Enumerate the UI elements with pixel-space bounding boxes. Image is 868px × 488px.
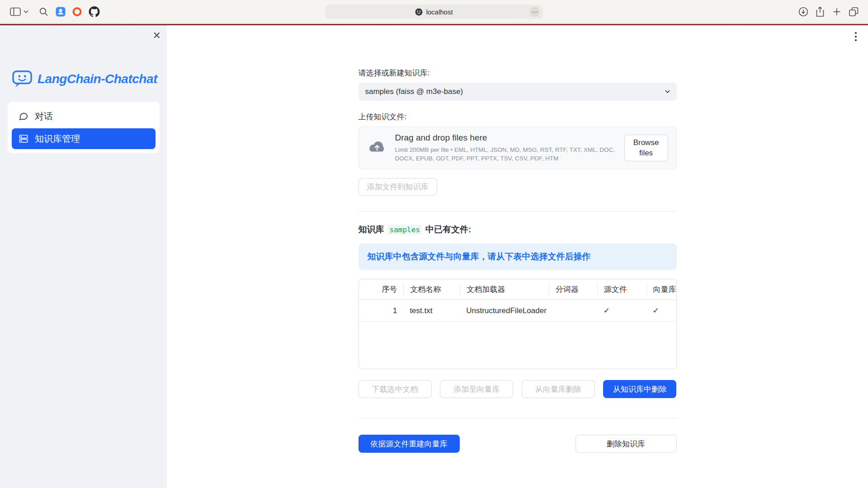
sidebar-close-icon[interactable]: ✕ — [153, 31, 161, 41]
table-row[interactable]: 1 test.txt UnstructuredFileLoader ✓ ✓ — [359, 300, 676, 322]
upload-label: 上传知识文件: — [359, 112, 677, 122]
divider — [359, 211, 677, 211]
browse-files-button[interactable]: Browse files — [624, 135, 668, 161]
info-banner: 知识库中包含源文件与向量库，请从下表中选择文件后操作 — [359, 244, 677, 270]
chevron-down-icon[interactable] — [24, 10, 28, 13]
sidebar-menu: 对话 知识库管理 — [8, 102, 160, 153]
site-favicon — [415, 8, 423, 16]
sidebar-item-kb-management[interactable]: 知识库管理 — [12, 128, 156, 149]
search-icon[interactable] — [39, 7, 48, 16]
th-source-file: 源文件 — [597, 283, 646, 296]
cell-source-check: ✓ — [597, 306, 646, 315]
remove-from-vector-store-button[interactable]: 从向量库删除 — [522, 380, 595, 398]
table-header-row: 序号 文档名称 文档加载器 分词器 源文件 向量库 — [359, 279, 676, 300]
dropzone-title: Drag and drop files here — [395, 133, 618, 143]
divider — [359, 418, 677, 418]
th-splitter: 分词器 — [549, 283, 597, 296]
cell-filename: test.txt — [403, 306, 460, 315]
kb-name-code: samples — [387, 225, 422, 235]
kb-selectbox-value: samples (faiss @ m3e-base) — [365, 87, 463, 96]
th-vector-store: 向量库 — [646, 283, 676, 296]
kb-bottom-actions: 依据源文件重建向量库 删除知识库 — [359, 435, 677, 453]
github-icon[interactable] — [89, 6, 100, 17]
main-area: 请选择或新建知识库: samples (faiss @ m3e-base) 上传… — [167, 25, 868, 488]
downloads-icon[interactable] — [798, 7, 808, 17]
cell-vector-check: ✓ — [646, 306, 676, 315]
cloud-upload-icon — [367, 140, 387, 156]
kb-files-table: 序号 文档名称 文档加载器 分词器 源文件 向量库 1 test.txt Uns… — [359, 279, 677, 369]
page-settings-icon[interactable]: ⋯ — [530, 7, 540, 17]
pinned-app-blue-icon[interactable] — [56, 7, 66, 17]
th-filename: 文档名称 — [403, 283, 460, 296]
delete-kb-button[interactable]: 删除知识库 — [576, 435, 677, 453]
address-url: localhost — [426, 8, 453, 16]
row-actions: 下载选中文档 添加至向量库 从向量库删除 从知识库中删除 — [359, 380, 677, 398]
kb-line-prefix: 知识库 — [359, 224, 384, 235]
kb-line-suffix: 中已有文件: — [425, 224, 471, 235]
sidebar: ✕ LangChain-Chatchat 对话 — [0, 25, 167, 488]
sidebar-item-label: 对话 — [35, 110, 53, 122]
file-dropzone[interactable]: Drag and drop files here Limit 200MB per… — [359, 127, 677, 169]
streamlit-decoration-bar — [0, 24, 868, 25]
database-icon — [19, 134, 28, 144]
delete-from-kb-button[interactable]: 从知识库中删除 — [603, 380, 676, 398]
download-selected-button[interactable]: 下载选中文档 — [359, 380, 432, 398]
sidebar-item-chat[interactable]: 对话 — [12, 106, 156, 127]
share-icon[interactable] — [816, 6, 825, 17]
th-loader: 文档加载器 — [460, 283, 549, 296]
new-tab-icon[interactable] — [832, 7, 841, 16]
kb-select-label: 请选择或新建知识库: — [359, 68, 677, 78]
kb-management-content: 请选择或新建知识库: samples (faiss @ m3e-base) 上传… — [359, 25, 677, 453]
sidebar-item-label: 知识库管理 — [35, 133, 80, 145]
logo-chat-icon — [12, 70, 33, 89]
dropzone-instructions: Drag and drop files here Limit 200MB per… — [395, 133, 624, 163]
cell-index: 1 — [359, 306, 404, 315]
kb-existing-files-line: 知识库 samples 中已有文件: — [359, 224, 677, 235]
app-page: ✕ LangChain-Chatchat 对话 — [0, 25, 868, 488]
browser-toolbar: localhost ⋯ — [0, 0, 868, 23]
chat-bubble-icon — [19, 111, 28, 121]
add-files-to-kb-button[interactable]: 添加文件到知识库 — [359, 178, 437, 196]
kb-selectbox[interactable]: samples (faiss @ m3e-base) — [359, 83, 677, 101]
app-logo: LangChain-Chatchat — [12, 70, 157, 89]
rebuild-vector-store-button[interactable]: 依据源文件重建向量库 — [359, 435, 460, 453]
add-to-vector-store-button[interactable]: 添加至向量库 — [440, 380, 513, 398]
pinned-app-orange-icon[interactable] — [72, 7, 82, 16]
address-bar[interactable]: localhost ⋯ — [325, 5, 543, 19]
chevron-down-icon — [664, 88, 671, 97]
dropzone-limit-text: Limit 200MB per file • EML, HTML, JSON, … — [395, 146, 618, 163]
th-index: 序号 — [359, 284, 404, 295]
tab-overview-icon[interactable] — [849, 7, 859, 17]
sidebar-toggle-icon[interactable] — [10, 7, 21, 16]
cell-loader: UnstructuredFileLoader — [460, 306, 549, 315]
app-menu-kebab-icon[interactable] — [852, 31, 860, 44]
logo-text: LangChain-Chatchat — [38, 72, 157, 86]
